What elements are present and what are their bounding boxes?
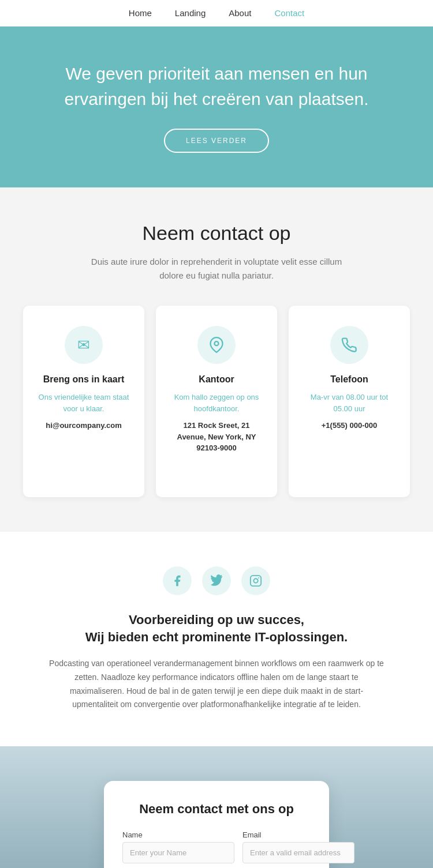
card-office-detail: 121 Rock Sreet, 21 Avenue, New York, NY … (170, 420, 263, 454)
facebook-icon[interactable] (163, 566, 192, 595)
card-email-detail: hi@ourcompany.com (38, 420, 130, 431)
contact-section-title: Neem contact op (23, 222, 410, 245)
contact-card-office: Kantoor Kom hallo zeggen op ons hoofdkan… (156, 306, 277, 497)
hero-headline: We geven prioriteit aan mensen en hun er… (46, 61, 387, 111)
form-section: Neem contact met ons op Name Email Messa… (0, 746, 433, 868)
nav-about[interactable]: About (229, 8, 251, 18)
contact-card-phone: Telefoon Ma-vr van 08.00 uur tot 05.00 u… (289, 306, 410, 497)
social-icons-row (46, 566, 387, 595)
card-email-title: Breng ons in kaart (38, 374, 130, 385)
card-phone-title: Telefoon (303, 374, 395, 385)
card-office-link-text: Kom hallo zeggen op ons hoofdkantoor. (170, 392, 263, 414)
hero-section: We geven prioriteit aan mensen en hun er… (0, 27, 433, 187)
name-input[interactable] (122, 842, 234, 863)
card-office-title: Kantoor (170, 374, 263, 385)
location-icon (197, 326, 236, 364)
form-title: Neem contact met ons op (122, 802, 311, 817)
contact-cards: ✉ Breng ons in kaart Ons vriendelijke te… (23, 306, 410, 497)
instagram-icon[interactable] (241, 566, 270, 595)
card-phone-detail: +1(555) 000-000 (303, 420, 395, 431)
nav-home[interactable]: Home (129, 8, 152, 18)
svg-point-0 (215, 341, 219, 345)
email-icon: ✉ (65, 326, 103, 364)
name-label: Name (122, 831, 234, 839)
contact-info-section: Neem contact op Duis aute irure dolor in… (0, 187, 433, 532)
social-section: Voorbereiding op uw succes, Wij bieden e… (0, 532, 433, 747)
nav-landing[interactable]: Landing (175, 8, 206, 18)
svg-rect-1 (251, 575, 261, 585)
contact-form-card: Neem contact met ons op Name Email Messa… (104, 781, 329, 868)
email-label: Email (242, 831, 354, 839)
form-group-name: Name (122, 831, 234, 863)
card-phone-link-text: Ma-vr van 08.00 uur tot 05.00 uur (303, 392, 395, 414)
mission-headline: Voorbereiding op uw succes, Wij bieden e… (46, 611, 387, 647)
mission-body: Podcasting van operationeel verandermana… (49, 657, 384, 712)
nav-contact[interactable]: Contact (274, 8, 304, 18)
hero-button[interactable]: LEES VERDER (164, 129, 269, 153)
form-group-email: Email (242, 831, 354, 863)
twitter-icon[interactable] (202, 566, 231, 595)
navbar: Home Landing About Contact (0, 0, 433, 27)
phone-icon (330, 326, 368, 364)
card-email-link-text: Ons vriendelijke team staat voor u klaar… (38, 392, 130, 414)
email-input[interactable] (242, 842, 354, 863)
form-row-name-email: Name Email (122, 831, 311, 863)
contact-card-email: ✉ Breng ons in kaart Ons vriendelijke te… (23, 306, 144, 497)
contact-section-description: Duis aute irure dolor in reprehenderit i… (84, 255, 349, 283)
